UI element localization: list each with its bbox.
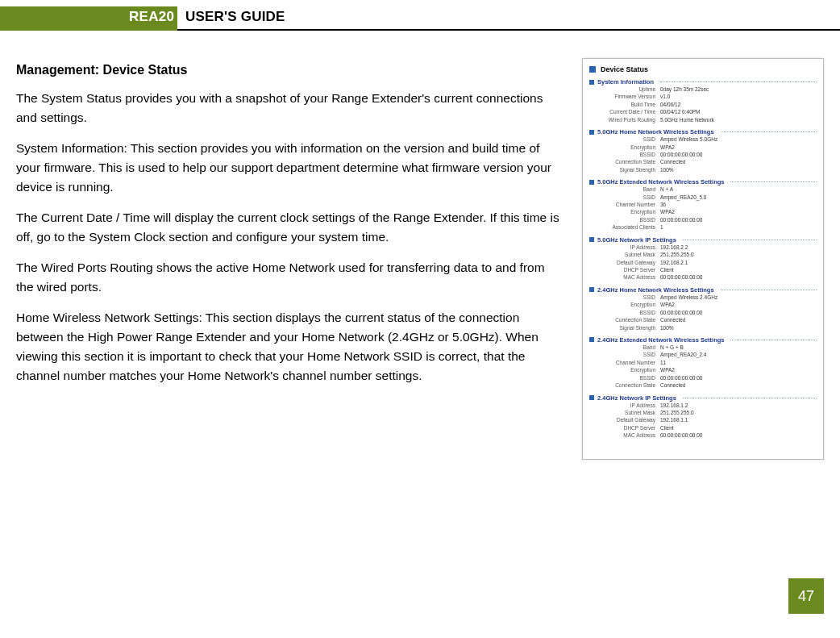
thumb-kv-value: 100%	[660, 324, 674, 332]
thumb-section-name: 2.4GHz Home Network Wireless Settings	[597, 286, 714, 294]
doc-header: REA20 USER'S GUIDE	[0, 6, 840, 35]
thumb-kv-key: SSID	[589, 136, 660, 143]
thumb-kv-key: Encryption	[589, 366, 660, 373]
thumb-kv-row: IP Address192.168.1.2	[589, 402, 817, 409]
thumb-kv-row: Current Date / Time00/04/12 6:40PM	[589, 108, 817, 115]
thumb-kv-key: Channel Number	[589, 359, 660, 366]
thumb-kv-row: SSIDAmped_REA20_2.4	[589, 351, 817, 358]
thumb-kv-value: WPA2	[660, 144, 675, 151]
thumb-kv-key: Encryption	[589, 208, 660, 215]
thumb-kv-value: Amped Wireless 5.0GHz	[660, 136, 717, 143]
thumb-kv-row: Connection StateConnected	[589, 316, 817, 323]
thumb-kv-value: Amped_REA20_5.0	[660, 194, 706, 201]
thumb-section-dots	[730, 181, 817, 182]
thumb-kv-row: Associated Clients1	[589, 223, 817, 231]
body-paragraph: The Current Date / Time will display the…	[16, 208, 564, 247]
thumb-kv-key: BSSID	[589, 216, 660, 223]
thumb-kv-row: BSSID00:00:00:00:00:00	[589, 216, 817, 223]
thumb-kv-row: BSSID00:00:00:00:00:00	[589, 309, 817, 316]
thumb-section-dots	[683, 398, 817, 398]
thumb-section-name: 2.4GHz Extended Network Wireless Setting…	[597, 336, 724, 344]
thumb-kv-row: Wired Ports Routing5.0GHz Home Network	[589, 116, 817, 123]
thumb-kv-value: WPA2	[660, 208, 675, 215]
thumb-kv-value: v1.0	[660, 93, 670, 100]
thumb-kv-key: Current Date / Time	[589, 108, 660, 115]
thumb-kv-value: Connected	[660, 316, 685, 323]
thumb-kv-value: 251.255.255.0	[660, 409, 694, 416]
thumb-kv-row: MAC Address00:00:00:00:00:00	[589, 432, 817, 439]
thumb-kv-key: Band	[589, 344, 660, 351]
thumb-kv-value: 00/04/12 6:40PM	[660, 108, 701, 115]
thumb-kv-value: N + A	[660, 186, 673, 193]
thumb-section-header: 2.4GHz Extended Network Wireless Setting…	[589, 336, 817, 344]
doc-title: USER'S GUIDE	[185, 9, 285, 25]
thumb-kv-row: BSSID00:00:00:00:00:00	[589, 151, 817, 158]
thumb-kv-value: 00:00:00:00:00:00	[660, 273, 702, 281]
thumb-section: 5.0GHz Network IP SettingsIP Address192.…	[589, 236, 817, 281]
thumb-kv-key: Encryption	[589, 301, 660, 308]
thumb-kv-key: Encryption	[589, 144, 660, 151]
thumb-section-name: 2.4GHz Network IP Settings	[597, 394, 676, 402]
thumb-kv-row: Connection StateConnected	[589, 382, 817, 389]
thumb-kv-row: Firmware Versionv1.0	[589, 93, 817, 100]
thumb-kv-row: Signal Strength100%	[589, 324, 817, 332]
thumb-section: 2.4GHz Extended Network Wireless Setting…	[589, 336, 817, 390]
body-column: The System Status provides you with a sn…	[16, 89, 564, 386]
thumb-section-header: 2.4GHz Home Network Wireless Settings	[589, 286, 817, 294]
thumb-kv-row: Channel Number36	[589, 201, 817, 208]
body-paragraph: The Wired Ports Routing shows the active…	[16, 258, 564, 297]
thumb-kv-value: 100%	[660, 166, 674, 173]
thumb-kv-value: WPA2	[660, 301, 675, 308]
thumb-kv-row: IP Address192.168.2.2	[589, 244, 817, 251]
thumb-section-dots	[660, 81, 817, 82]
thumb-section-header: System Information	[589, 78, 817, 85]
thumb-kv-key: SSID	[589, 194, 660, 201]
thumb-kv-key: Firmware Version	[589, 93, 660, 100]
thumb-kv-key: MAC Address	[589, 273, 660, 281]
thumb-kv-row: DHCP ServerClient	[589, 266, 817, 273]
thumb-kv-row: EncryptionWPA2	[589, 366, 817, 373]
thumb-kv-key: SSID	[589, 294, 660, 301]
thumb-kv-key: Wired Ports Routing	[589, 116, 660, 123]
thumb-section: 5.0GHz Home Network Wireless SettingsSSI…	[589, 128, 817, 173]
thumb-kv-key: SSID	[589, 351, 660, 358]
header-rule	[0, 29, 840, 31]
body-paragraph: The System Status provides you with a sn…	[16, 89, 564, 127]
thumb-kv-value: Client	[660, 424, 674, 432]
thumb-section-name: 5.0GHz Extended Network Wireless Setting…	[597, 178, 724, 186]
thumb-kv-value: Amped Wireless 2.4GHz	[660, 294, 717, 301]
product-code: REA20	[129, 9, 174, 25]
thumb-section: System InformationUptime0day 12h 35m 22s…	[589, 78, 817, 123]
thumb-kv-key: Subnet Mask	[589, 251, 660, 258]
thumb-kv-key: Signal Strength	[589, 324, 660, 332]
thumb-title: Device Status	[589, 65, 817, 73]
thumb-section-dots	[721, 131, 817, 132]
thumb-section-header: 5.0GHz Network IP Settings	[589, 236, 817, 244]
thumb-section: 2.4GHz Home Network Wireless SettingsSSI…	[589, 286, 817, 332]
thumb-section-name: 5.0GHz Network IP Settings	[597, 236, 676, 244]
thumb-kv-key: Associated Clients	[589, 223, 660, 231]
body-paragraph: System Information: This section provide…	[16, 139, 564, 197]
thumb-kv-key: BSSID	[589, 374, 660, 382]
thumb-kv-key: Uptime	[589, 85, 660, 93]
thumb-kv-value: 0day 12h 35m 22sec	[660, 85, 709, 93]
thumb-kv-key: IP Address	[589, 244, 660, 251]
thumb-section-dots	[683, 240, 817, 240]
thumb-section-header: 5.0GHz Extended Network Wireless Setting…	[589, 178, 817, 186]
thumb-kv-value: 1	[660, 223, 663, 231]
thumb-section-dots	[730, 340, 817, 340]
thumb-kv-value: 00:00:00:00:00:00	[660, 432, 702, 439]
thumb-kv-key: BSSID	[589, 309, 660, 316]
thumb-kv-value: 00:00:00:00:00:00	[660, 374, 702, 382]
thumb-kv-key: Default Gateway	[589, 416, 660, 423]
thumb-kv-key: IP Address	[589, 402, 660, 409]
thumb-kv-row: Default Gateway192.168.1.1	[589, 416, 817, 423]
thumb-section-name: System Information	[597, 78, 654, 85]
thumb-kv-value: 251.255.255.0	[660, 251, 694, 258]
thumb-kv-value: 192.168.1.2	[660, 402, 688, 409]
thumb-kv-key: DHCP Server	[589, 266, 660, 273]
thumb-kv-row: BSSID00:00:00:00:00:00	[589, 374, 817, 382]
thumb-kv-key: Signal Strength	[589, 166, 660, 173]
thumb-kv-value: 5.0GHz Home Network	[660, 116, 714, 123]
thumb-kv-key: Subnet Mask	[589, 409, 660, 416]
